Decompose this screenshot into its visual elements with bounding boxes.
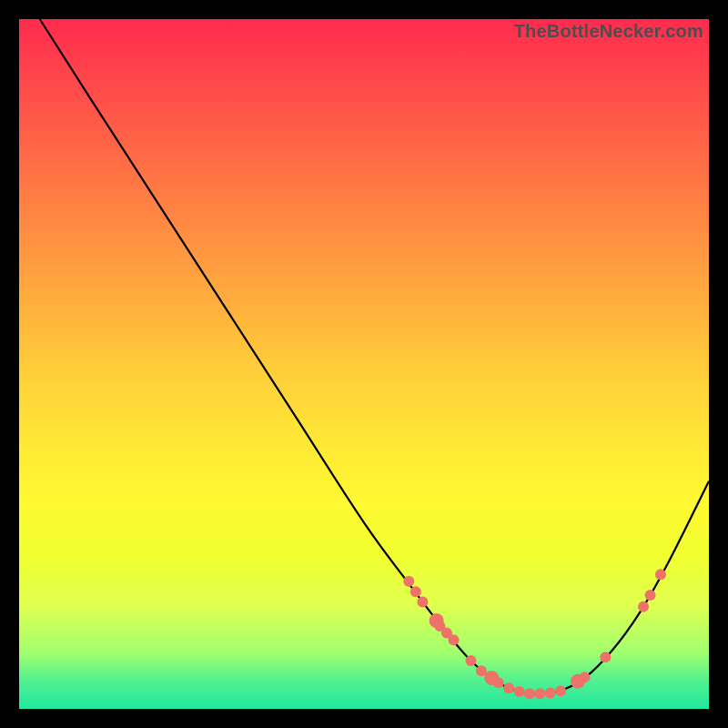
marker-dot [580, 672, 591, 682]
marker-dot [600, 652, 611, 662]
marker-dot [545, 688, 556, 699]
marker-dot [503, 682, 514, 693]
marker-dot [403, 576, 414, 587]
marker-dot [638, 602, 649, 612]
marker-dot [524, 688, 535, 699]
marker-dot [449, 634, 460, 645]
marker-dot [410, 586, 421, 597]
chart-svg [19, 19, 709, 709]
chart-plot-area: TheBottleNecker.com [19, 19, 709, 709]
marker-dot [534, 688, 545, 699]
marker-dot [655, 569, 666, 580]
marker-dot [555, 685, 566, 696]
marker-dot [645, 590, 656, 601]
marker-dot [493, 677, 504, 688]
marker-dot [465, 655, 476, 666]
markers-group [403, 569, 666, 699]
marker-dot [514, 686, 525, 697]
curve-line [40, 19, 709, 694]
marker-dot [417, 597, 428, 608]
